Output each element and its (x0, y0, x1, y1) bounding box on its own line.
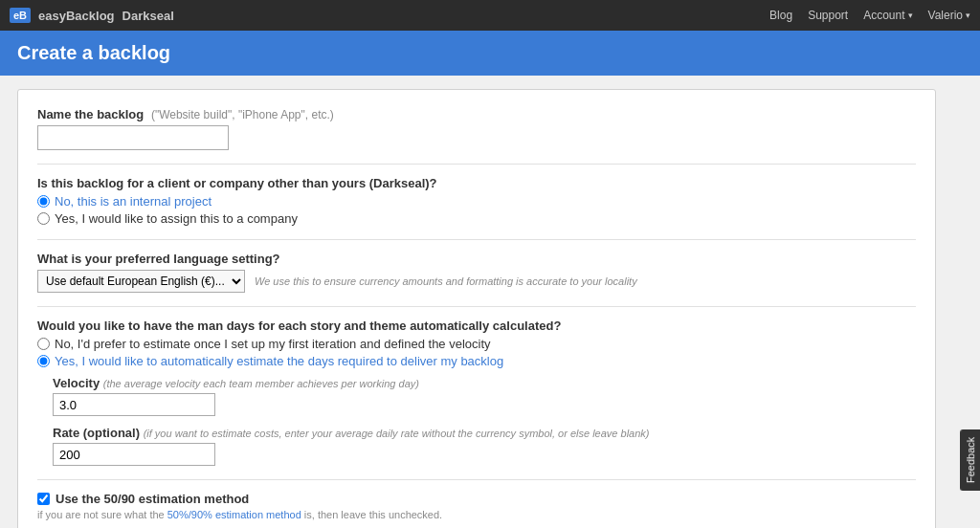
client-radio-group: No, this is an internal project Yes, I w… (37, 194, 916, 226)
main-content: Name the backlog ("Website build", "iPho… (0, 76, 980, 528)
mandays-option2-radio[interactable] (37, 355, 50, 367)
top-navigation: eB easyBacklog Darkseal Blog Support Acc… (0, 0, 980, 31)
feedback-tab[interactable]: Feedback (960, 429, 980, 491)
mandays-option2-label[interactable]: Yes, I would like to automatically estim… (55, 354, 503, 368)
user-dropdown[interactable]: Valerio ▾ (928, 9, 970, 22)
brand-name: easyBacklog (38, 9, 115, 23)
estimation-hint: if you are not sure what the 50%/90% est… (37, 509, 916, 520)
user-label: Valerio (928, 9, 963, 22)
name-label: Name the backlog ("Website build", "iPho… (37, 107, 916, 121)
mandays-label: Would you like to have the man days for … (37, 319, 916, 333)
language-select-row: Use default European English (€)... We u… (37, 270, 916, 293)
language-select[interactable]: Use default European English (€)... (37, 270, 245, 293)
mandays-option1-label[interactable]: No, I'd prefer to estimate once I set up… (55, 337, 491, 351)
velocity-input[interactable] (53, 393, 215, 416)
logo-icon: eB (10, 8, 31, 23)
blog-link[interactable]: Blog (769, 9, 792, 22)
form-card: Name the backlog ("Website build", "iPho… (17, 89, 936, 528)
mandays-radio-group: No, I'd prefer to estimate once I set up… (37, 337, 916, 368)
account-dropdown[interactable]: Account ▾ (863, 9, 912, 22)
client-option2-item: Yes, I would like to assign this to a co… (37, 211, 916, 226)
page-title: Create a backlog (17, 42, 963, 64)
support-link[interactable]: Support (808, 9, 848, 22)
estimation-section: Use the 50/90 estimation method if you a… (37, 492, 916, 520)
rate-label: Rate (optional) (if you want to estimate… (53, 426, 916, 440)
client-option1-label[interactable]: No, this is an internal project (55, 194, 212, 209)
language-hint: We use this to ensure currency amounts a… (255, 275, 637, 287)
language-label: What is your preferred language setting? (37, 252, 916, 266)
backlog-name-input[interactable] (37, 125, 229, 150)
name-label-note: ("Website build", "iPhone App", etc.) (151, 108, 334, 121)
language-section: What is your preferred language setting?… (37, 252, 916, 293)
client-option1-item: No, this is an internal project (37, 194, 916, 209)
logo-area: eB easyBacklog Darkseal (10, 8, 174, 23)
account-label: Account (863, 9, 904, 22)
estimation-checkbox-row: Use the 50/90 estimation method (37, 492, 916, 506)
mandays-option1-radio[interactable] (37, 338, 50, 350)
page-header: Create a backlog (0, 31, 980, 76)
client-label: Is this backlog for a client or company … (37, 176, 916, 190)
rate-section: Rate (optional) (if you want to estimate… (53, 426, 916, 466)
user-caret-icon: ▾ (966, 11, 970, 20)
mandays-section: Would you like to have the man days for … (37, 319, 916, 466)
client-section: Is this backlog for a client or company … (37, 176, 916, 226)
name-section: Name the backlog ("Website build", "iPho… (37, 107, 916, 150)
estimation-method-link[interactable]: 50%/90% estimation method (167, 509, 301, 520)
rate-hint: (if you want to estimate costs, enter yo… (144, 428, 650, 439)
company-name: Darkseal (122, 9, 174, 23)
client-option2-label[interactable]: Yes, I would like to assign this to a co… (55, 211, 298, 226)
client-option1-radio[interactable] (37, 195, 50, 208)
velocity-hint: (the average velocity each team member a… (103, 378, 419, 389)
rate-input[interactable] (53, 443, 215, 466)
nav-right: Blog Support Account ▾ Valerio ▾ (769, 9, 970, 22)
velocity-label: Velocity (the average velocity each team… (53, 376, 916, 390)
client-option2-radio[interactable] (37, 212, 50, 225)
velocity-section: Velocity (the average velocity each team… (53, 376, 916, 416)
estimation-checkbox-label[interactable]: Use the 50/90 estimation method (56, 492, 249, 506)
account-caret-icon: ▾ (908, 11, 913, 20)
mandays-option2-item: Yes, I would like to automatically estim… (37, 354, 916, 368)
mandays-option1-item: No, I'd prefer to estimate once I set up… (37, 337, 916, 351)
estimation-checkbox[interactable] (37, 493, 50, 505)
